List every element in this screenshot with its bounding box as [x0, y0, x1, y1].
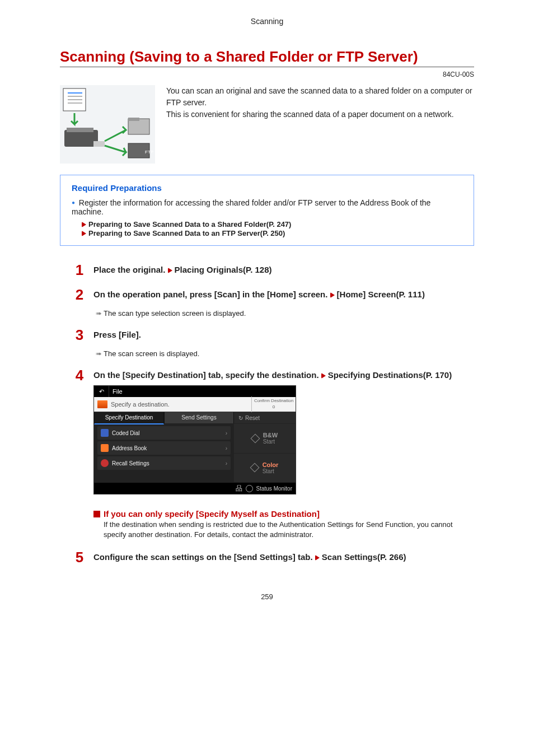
destination-icon [97, 400, 107, 408]
step4-text: On the [Specify Destination] tab, specif… [93, 370, 321, 380]
link-bullet-icon [82, 222, 86, 227]
status-monitor-button[interactable]: Status Monitor [256, 486, 292, 492]
step-number-1: 1 [73, 263, 86, 277]
bw-start-title: B&W [263, 432, 278, 438]
step3-sub: The scan screen is displayed. [104, 349, 199, 358]
prep-item: Register the information for accessing t… [72, 198, 462, 237]
address-book-icon [101, 444, 109, 452]
intro-p2: This is convenient for sharing the scann… [166, 109, 474, 120]
bw-start-sub: Start [263, 438, 278, 445]
confirm-destination-count: 0 [252, 404, 296, 410]
item-coded-dial[interactable]: Coded Dial › [97, 426, 231, 440]
svg-rect-6 [67, 128, 93, 132]
item-address-book[interactable]: Address Book › [97, 441, 231, 455]
svg-rect-7 [93, 141, 105, 147]
gear-icon [246, 485, 253, 492]
intro-text: You can scan an original and save the sc… [166, 85, 474, 164]
step5-link[interactable]: Scan Settings(P. 266) [322, 552, 406, 562]
tab-send-settings[interactable]: Send Settings [164, 412, 234, 423]
note-heading: If you can only specify [Specify Myself … [93, 509, 474, 519]
confirm-destination-button[interactable]: Confirm Destination 0 [251, 396, 296, 412]
prep-link-2[interactable]: Preparing to Save Scanned Data to an FTP… [88, 229, 285, 237]
arrow-icon: ➠ [96, 349, 101, 358]
step2-sub: The scan type selection screen is displa… [104, 309, 246, 318]
diamond-icon [250, 463, 259, 473]
item-recall-settings[interactable]: Recall Settings › [97, 456, 231, 470]
network-icon: 品 [236, 484, 242, 493]
back-button[interactable]: ↶ [94, 386, 109, 397]
color-start-sub: Start [263, 468, 279, 474]
step4-link[interactable]: Specifying Destinations(P. 170) [328, 370, 452, 380]
link-bullet-icon [82, 231, 86, 236]
step5-text: Configure the scan settings on the [Send… [93, 552, 315, 562]
doc-id: 84CU-00S [60, 71, 474, 78]
section-header: Scanning [60, 17, 474, 26]
tab-specify-destination[interactable]: Specify Destination [94, 412, 164, 424]
intro-illustration: FTP [60, 85, 155, 164]
page-number: 259 [60, 592, 474, 601]
step-number-5: 5 [73, 550, 86, 564]
chevron-right-icon: › [226, 460, 227, 466]
recall-settings-icon [101, 459, 109, 467]
step3-text: Press [File]. [93, 330, 141, 339]
step2-text: On the operation panel, press [Scan] in … [93, 290, 330, 299]
reset-label: Reset [245, 415, 260, 421]
link-bullet-icon [315, 555, 320, 561]
chevron-right-icon: › [226, 445, 227, 451]
device-screenshot: ↶ File Specify a destination. Confirm De… [93, 385, 296, 494]
diamond-icon [250, 433, 260, 443]
item-coded-dial-label: Coded Dial [112, 430, 139, 436]
color-start-button[interactable]: ColorStart [234, 454, 296, 483]
reset-button[interactable]: ↻Reset [234, 412, 296, 424]
step1-link[interactable]: Placing Originals(P. 128) [175, 265, 272, 274]
chevron-right-icon: › [226, 430, 227, 436]
prep-box: Required Preparations Register the infor… [60, 175, 474, 246]
step-number-4: 4 [73, 368, 86, 540]
prep-link-1[interactable]: Preparing to Save Scanned Data to a Shar… [88, 220, 291, 228]
bw-start-button[interactable]: B&WStart [234, 424, 296, 454]
screen-title: File [109, 388, 123, 395]
svg-rect-8 [128, 119, 149, 134]
item-address-book-label: Address Book [112, 445, 147, 451]
page-title: Scanning (Saving to a Shared Folder or F… [60, 48, 474, 67]
svg-rect-9 [128, 118, 139, 121]
step-number-3: 3 [73, 328, 86, 358]
coded-dial-icon [101, 429, 109, 437]
prep-title: Required Preparations [72, 183, 462, 193]
arrow-icon: ➠ [96, 309, 101, 318]
step-number-2: 2 [73, 287, 86, 318]
destination-prompt: Specify a destination. [111, 401, 170, 408]
intro-p1: You can scan an original and save the sc… [166, 85, 474, 109]
link-bullet-icon [330, 292, 335, 298]
link-bullet-icon [168, 268, 172, 273]
reset-icon: ↻ [238, 415, 243, 421]
note-body: If the destination when sending is restr… [104, 520, 474, 540]
link-bullet-icon [321, 373, 326, 379]
step1-text: Place the original. [93, 265, 168, 274]
svg-rect-5 [64, 130, 98, 147]
step2-link[interactable]: [Home] Screen(P. 111) [337, 290, 425, 299]
confirm-destination-label: Confirm Destination [252, 398, 296, 404]
color-start-title: Color [263, 461, 279, 468]
prep-item-text: Register the information for accessing t… [72, 198, 430, 216]
svg-text:FTP: FTP [145, 150, 153, 155]
item-recall-settings-label: Recall Settings [112, 460, 149, 466]
